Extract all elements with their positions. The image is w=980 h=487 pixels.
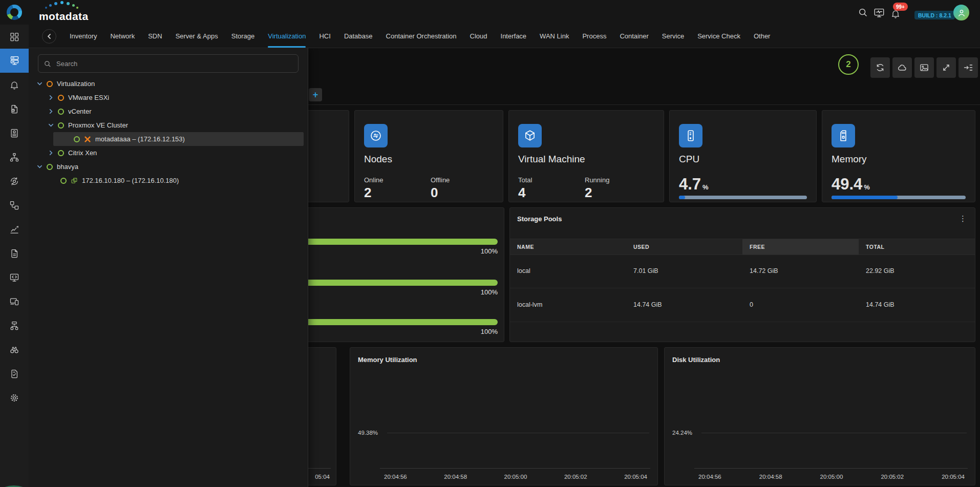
system-health-button[interactable]	[874, 7, 885, 18]
sidebar-item-settings[interactable]	[0, 386, 29, 410]
sidebar-item-documents[interactable]	[0, 241, 29, 265]
sidebar-item-monitoring[interactable]	[0, 49, 29, 73]
x-tick: 20:04:56	[384, 474, 407, 480]
tab-service-check[interactable]: Service Check	[697, 25, 740, 48]
monitor-count-badge[interactable]: 2	[838, 54, 859, 75]
logo-dot	[72, 4, 75, 7]
tree-node-vmware-esxi[interactable]: VMware ESXi	[29, 91, 308, 104]
chevron-right-icon[interactable]	[48, 150, 54, 156]
stat-label: Online	[364, 176, 384, 184]
devices-icon	[9, 297, 19, 307]
tab-cloud[interactable]: Cloud	[470, 25, 487, 48]
tree-node-vcenter[interactable]: vCenter	[29, 104, 308, 118]
sidebar-item-audit[interactable]	[0, 362, 29, 386]
column-header-used[interactable]: USED	[626, 239, 742, 255]
tab-sdn[interactable]: SDN	[148, 25, 162, 48]
cell-free: 14.72 GiB	[742, 254, 859, 288]
monitoring-servers-icon	[9, 55, 20, 66]
chevron-right-icon[interactable]	[48, 109, 54, 114]
y-grid-line	[387, 433, 649, 433]
logo-dot	[49, 4, 52, 7]
sidebar-item-reports[interactable]	[0, 121, 29, 145]
search-input[interactable]	[55, 59, 293, 68]
tab-server-apps[interactable]: Server & Apps	[176, 25, 218, 48]
column-header-total[interactable]: TOTAL	[859, 239, 975, 255]
stat-value: 0	[431, 185, 450, 201]
tree-node-172-16-10-180[interactable]: 172.16.10.180 – (172.16.10.180)	[29, 174, 308, 187]
column-header-name[interactable]: NAME	[510, 239, 626, 255]
tree-node-citrix-xen[interactable]: Citrix Xen	[29, 146, 308, 160]
tree-node-virtualization[interactable]: Virtualization	[29, 77, 308, 91]
tab-inventory[interactable]: Inventory	[70, 25, 97, 48]
tree-node-bhavya[interactable]: bhavya	[29, 160, 308, 174]
nav-back-button[interactable]	[42, 29, 56, 44]
sidebar-item-dashboard[interactable]	[0, 25, 29, 49]
uptime-bar-label: 100%	[481, 328, 498, 335]
refresh-button[interactable]	[870, 57, 890, 78]
tab-network[interactable]: Network	[110, 25, 135, 48]
tree-node-label: vCenter	[68, 108, 92, 115]
sidebar-item-workflow[interactable]	[0, 193, 29, 217]
fullscreen-button[interactable]	[936, 57, 956, 78]
gear-sync-icon	[9, 176, 19, 186]
table-row[interactable]: local 7.01 GiB 14.72 GiB 22.92 GiB	[510, 254, 975, 288]
tab-service[interactable]: Service	[662, 25, 684, 48]
sidebar-item-discovery[interactable]	[0, 337, 29, 362]
status-dot-green	[58, 109, 64, 115]
tab-other[interactable]: Other	[754, 25, 771, 48]
module-nav-bar: Inventory Network SDN Server & Apps Stor…	[29, 25, 980, 48]
disk-utilization-chart: Disk Utilization 24.24% 20:04:56 20:04:5…	[664, 347, 975, 485]
tree-node-label: VMware ESXi	[68, 94, 109, 101]
collapse-panel-button[interactable]	[958, 57, 978, 78]
column-header-free[interactable]: FREE	[742, 239, 859, 255]
server-tower-icon	[684, 129, 697, 142]
tab-interface[interactable]: Interface	[501, 25, 527, 48]
chevron-down-icon[interactable]	[37, 81, 42, 87]
sidebar-item-analytics[interactable]	[0, 217, 29, 241]
build-version-badge: BUILD : 8.2.1	[914, 11, 955, 19]
add-dashboard-tab-button[interactable]: +	[309, 88, 322, 101]
x-tick: 20:05:00	[820, 474, 843, 480]
nodes-card-icon-tile	[364, 124, 388, 147]
card-title: Virtual Machine	[518, 154, 585, 165]
sidebar-item-devices[interactable]	[0, 289, 29, 313]
tree-node-label: bhavya	[57, 163, 78, 171]
sidebar-item-alerts[interactable]	[0, 73, 29, 97]
binoculars-icon	[9, 345, 19, 355]
tree-node-motadataaa-selected[interactable]: motadataaa – (172.16.12.153)	[53, 132, 304, 146]
tab-container[interactable]: Container	[620, 25, 648, 48]
tree-search-box[interactable]	[38, 54, 299, 73]
memory-progress-bar	[832, 196, 966, 199]
table-row[interactable]: local-lvm 14.74 GiB 0 14.74 GiB	[510, 288, 975, 322]
x-axis	[380, 468, 650, 469]
tab-wan-link[interactable]: WAN Link	[540, 25, 569, 48]
tree-node-proxmox-ve-cluster[interactable]: Proxmox VE Cluster	[29, 118, 308, 132]
cloud-export-button[interactable]	[892, 57, 912, 78]
app-logo[interactable]	[0, 0, 29, 25]
sidebar-item-infrastructure[interactable]	[0, 313, 29, 337]
kebab-menu-icon[interactable]: ⋮	[956, 213, 970, 224]
tab-process[interactable]: Process	[582, 25, 606, 48]
sidebar-item-topology[interactable]	[0, 145, 29, 169]
tab-container-orchestration[interactable]: Container Orchestration	[386, 25, 457, 48]
sidebar-item-scheduled-files[interactable]	[0, 97, 29, 121]
tree-node-label: Proxmox VE Cluster	[68, 121, 128, 129]
tab-storage[interactable]: Storage	[231, 25, 255, 48]
stat-value: 4	[518, 185, 532, 201]
status-dot-green	[60, 178, 67, 184]
sidebar-item-agent-console[interactable]	[0, 265, 29, 289]
chevron-down-icon[interactable]	[48, 122, 54, 128]
snapshot-button[interactable]	[914, 57, 934, 78]
tab-virtualization[interactable]: Virtualization	[268, 25, 306, 48]
stat-label: Running	[585, 176, 609, 184]
chevron-right-icon[interactable]	[48, 95, 54, 100]
tree-node-label: Citrix Xen	[68, 149, 97, 157]
global-search-button[interactable]	[858, 7, 868, 17]
tab-database[interactable]: Database	[344, 25, 373, 48]
sidebar-item-automation[interactable]	[0, 169, 29, 193]
user-avatar[interactable]	[953, 5, 969, 20]
tree-list: Virtualization VMware ESXi vCenter Proxm…	[29, 77, 308, 187]
uptime-bar-label: 100%	[481, 247, 498, 255]
tab-hci[interactable]: HCI	[319, 25, 330, 48]
chevron-down-icon[interactable]	[37, 164, 42, 170]
